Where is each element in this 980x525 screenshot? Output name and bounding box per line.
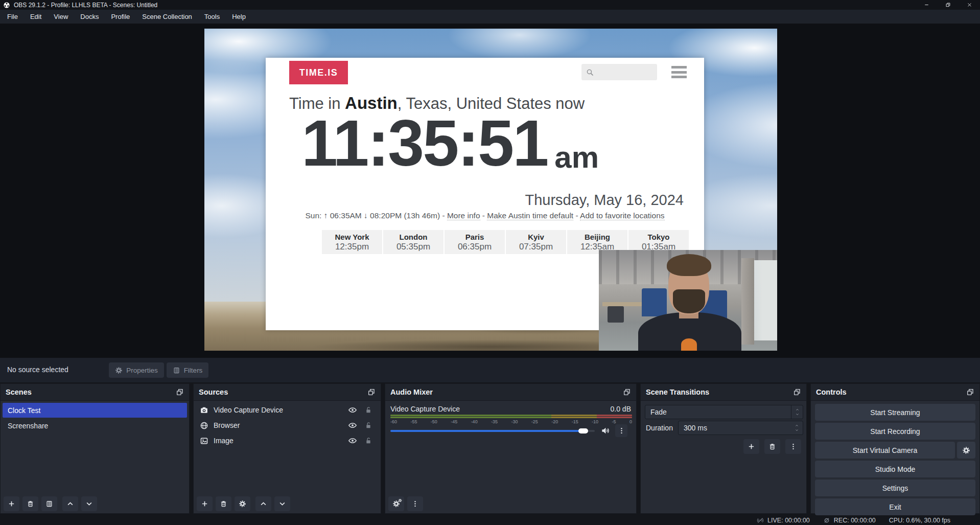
start-streaming-button[interactable]: Start Streaming	[815, 404, 975, 421]
select-arrows[interactable]	[791, 405, 803, 419]
preview-area[interactable]: TIME.IS Time in Austin, Texas, United St…	[0, 24, 980, 358]
program-canvas[interactable]: TIME.IS Time in Austin, Texas, United St…	[204, 29, 777, 351]
scene-transitions-header[interactable]: Scene Transitions	[641, 384, 806, 401]
live-status: LIVE: 00:00:00	[757, 517, 810, 524]
chevron-up-icon	[795, 424, 799, 427]
source-item-video-capture[interactable]: Video Capture Device	[195, 402, 380, 418]
source-item-image[interactable]: Image	[195, 433, 380, 448]
title-bar: OBS 29.1.2 - Profile: LLHLS BETA - Scene…	[0, 0, 980, 10]
cpu-status: CPU: 0.6%, 30.00 fps	[889, 517, 950, 524]
sources-panel: Sources Video Capture Device Browser Ima…	[193, 383, 381, 514]
audio-mixer-header[interactable]: Audio Mixer	[385, 384, 636, 401]
menu-view[interactable]: View	[48, 10, 74, 24]
hamburger-menu-icon	[671, 66, 687, 78]
transition-select[interactable]: Fade	[645, 405, 803, 419]
studio-mode-button[interactable]: Studio Mode	[815, 461, 975, 477]
small-gear-icon	[398, 498, 402, 503]
add-favorite-link: Add to favorite locations	[580, 211, 664, 220]
timeis-search-input	[581, 64, 657, 80]
lock-icon[interactable]	[364, 406, 372, 414]
trash-icon	[27, 500, 34, 508]
settings-button[interactable]: Settings	[815, 480, 975, 496]
city-cell: Kyiv07:35pm	[506, 230, 566, 254]
filters-icon	[45, 500, 53, 508]
chevron-up-icon	[795, 408, 800, 412]
lock-icon[interactable]	[364, 437, 372, 445]
visibility-eye-icon[interactable]	[348, 405, 357, 415]
source-status-text: No source selected	[7, 366, 68, 374]
scenes-toolbar	[1, 494, 189, 513]
add-source-button[interactable]	[197, 496, 213, 511]
filters-icon	[173, 367, 180, 374]
scene-item-clock-test[interactable]: Clock Test	[3, 403, 187, 418]
city-cell: Paris06:35pm	[445, 230, 505, 254]
menu-profile[interactable]: Profile	[105, 10, 136, 24]
speaker-icon[interactable]	[601, 426, 611, 436]
menu-edit[interactable]: Edit	[24, 10, 48, 24]
make-default-link: Make Austin time default	[487, 211, 573, 220]
sun-info-line: Sun: ↑ 06:35AM ↓ 08:20PM (13h 46m) - Mor…	[266, 211, 704, 220]
person-beard	[673, 289, 705, 313]
camera-icon	[200, 406, 208, 415]
menu-bar: File Edit View Docks Profile Scene Colle…	[0, 10, 980, 24]
exit-button[interactable]: Exit	[815, 498, 975, 515]
remove-scene-button[interactable]	[22, 496, 38, 511]
transition-options-button[interactable]	[785, 439, 801, 454]
scene-move-down-button[interactable]	[81, 496, 97, 511]
menu-help[interactable]: Help	[226, 10, 252, 24]
popout-icon[interactable]	[176, 388, 184, 396]
popout-icon[interactable]	[623, 388, 631, 396]
controls-header[interactable]: Controls	[811, 384, 979, 401]
office-table	[602, 302, 642, 306]
restore-button[interactable]	[937, 0, 959, 10]
mixer-options-button[interactable]	[615, 424, 627, 437]
remove-transition-button[interactable]	[764, 439, 780, 454]
more-info-link: More info	[447, 211, 480, 220]
duration-label: Duration	[646, 424, 673, 432]
scene-item-screenshare[interactable]: Screenshare	[3, 418, 187, 433]
sources-header[interactable]: Sources	[194, 384, 381, 401]
rec-status: REC: 00:00:00	[823, 517, 876, 524]
popout-icon[interactable]	[367, 388, 376, 396]
slider-handle[interactable]	[578, 428, 588, 433]
menu-file[interactable]: File	[1, 10, 24, 24]
source-properties-button[interactable]	[235, 496, 250, 511]
start-virtual-camera-button[interactable]: Start Virtual Camera	[815, 442, 955, 459]
visibility-eye-icon[interactable]	[348, 421, 357, 430]
volume-slider[interactable]	[390, 428, 595, 433]
search-icon	[586, 68, 594, 77]
duration-spinbox[interactable]: 300 ms	[678, 421, 803, 435]
window-title: OBS 29.1.2 - Profile: LLHLS BETA - Scene…	[14, 2, 157, 9]
scene-filters-button[interactable]	[41, 496, 57, 511]
mixer-menu-button[interactable]	[407, 496, 423, 511]
lock-icon[interactable]	[364, 421, 372, 429]
spin-arrows[interactable]	[791, 421, 803, 435]
scenes-header[interactable]: Scenes	[1, 384, 189, 401]
scene-move-up-button[interactable]	[62, 496, 78, 511]
remove-source-button[interactable]	[216, 496, 231, 511]
audio-mixer-panel: Audio Mixer Video Capture Device 0.0 dB …	[385, 383, 637, 514]
scenes-panel: Scenes Clock Test Screenshare	[0, 383, 190, 514]
menu-docks[interactable]: Docks	[74, 10, 105, 24]
plus-icon	[748, 443, 755, 450]
source-move-down-button[interactable]	[274, 496, 290, 511]
menu-scene-collection[interactable]: Scene Collection	[136, 10, 198, 24]
menu-tools[interactable]: Tools	[198, 10, 226, 24]
add-scene-button[interactable]	[4, 496, 19, 511]
popout-icon[interactable]	[966, 388, 974, 396]
add-transition-button[interactable]	[743, 439, 759, 454]
minimize-button[interactable]	[916, 0, 937, 10]
close-button[interactable]	[959, 0, 980, 10]
popout-icon[interactable]	[793, 388, 801, 396]
source-item-browser[interactable]: Browser	[195, 418, 380, 433]
filters-button[interactable]: Filters	[167, 362, 208, 378]
timeis-logo: TIME.IS	[289, 61, 348, 84]
advanced-audio-button[interactable]	[388, 496, 404, 511]
virtual-camera-config-button[interactable]	[957, 442, 975, 459]
start-recording-button[interactable]: Start Recording	[815, 423, 975, 440]
time-digits: 11:35:51	[301, 113, 547, 173]
source-move-up-button[interactable]	[255, 496, 271, 511]
chevron-down-icon	[795, 428, 799, 432]
visibility-eye-icon[interactable]	[348, 436, 357, 445]
properties-button[interactable]: Properties	[109, 362, 164, 378]
